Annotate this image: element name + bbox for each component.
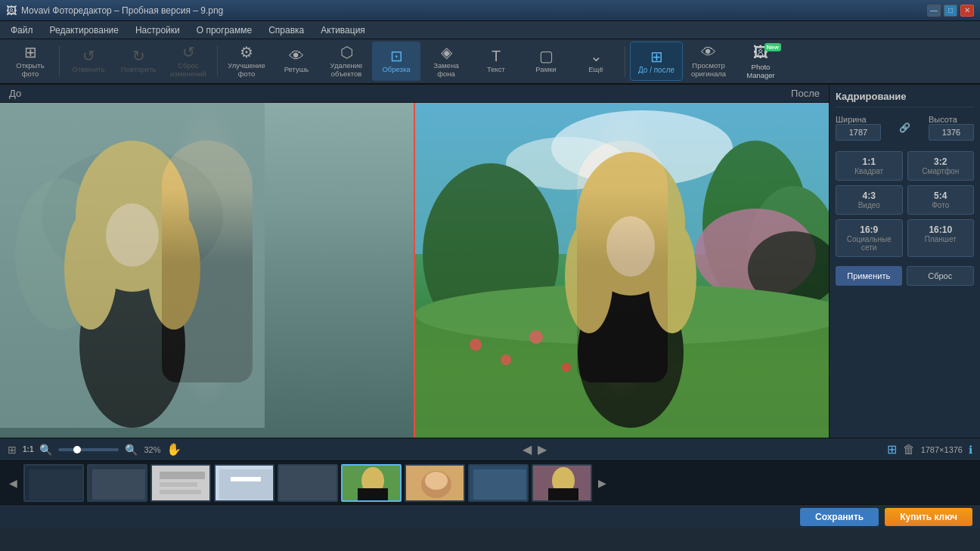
reset-button[interactable]: ↺ Сброс изменений [164, 42, 212, 81]
retouch-button[interactable]: 👁 Ретушь [272, 42, 321, 81]
ratio-5-4-sub: Фото [911, 201, 971, 209]
filmstrip-prev[interactable]: ◀ [6, 477, 20, 489]
thumb-1-preview [25, 466, 84, 502]
before-after-button[interactable]: ⊞ До / после [630, 42, 683, 81]
enhance-label: Улучшение фото [228, 61, 265, 79]
filmstrip-thumb-5[interactable] [278, 464, 338, 502]
ratio-16-9-button[interactable]: 16:9 Социальные сети [836, 219, 903, 257]
enhance-icon: ⚙ [240, 45, 253, 60]
reset-icon: ↺ [182, 45, 195, 60]
titlebar: 🖼 Movavi Фоторедактор – Пробная версия –… [0, 0, 980, 21]
photo-manager-button[interactable]: New 🖼 Photo Manager [734, 42, 787, 81]
reset-crop-button[interactable]: Сброс [907, 266, 975, 286]
close-button[interactable]: ✕ [960, 5, 974, 17]
titlebar-left: 🖼 Movavi Фоторедактор – Пробная версия –… [6, 5, 223, 17]
frames-label: Рамки [535, 65, 556, 73]
ratio-1-1-button[interactable]: 1:1 Квадрат [836, 151, 903, 181]
before-panel [0, 103, 414, 438]
menu-item-настройки[interactable]: Настройки [128, 23, 188, 37]
bg-icon: ◈ [441, 45, 452, 60]
filmstrip-thumb-8[interactable] [468, 464, 529, 502]
before-photo-svg [0, 103, 265, 428]
more-icon: ⌄ [590, 48, 603, 63]
hand-tool-button[interactable]: ✋ [166, 442, 181, 457]
text-label: Текст [487, 65, 505, 73]
menu-item-активация[interactable]: Активация [313, 23, 373, 37]
text-button[interactable]: T Текст [472, 42, 520, 81]
ratio-4-3-button[interactable]: 4:3 Видео [836, 185, 903, 215]
delete-button[interactable]: 🗑 [903, 443, 915, 457]
svg-point-20 [501, 354, 511, 365]
svg-rect-39 [231, 477, 261, 481]
height-input[interactable] [929, 124, 974, 141]
next-image-button[interactable]: ▶ [538, 442, 547, 457]
svg-point-46 [425, 472, 448, 490]
after-panel [415, 103, 829, 438]
svg-rect-48 [473, 469, 526, 500]
save-button[interactable]: Сохранить [800, 508, 879, 526]
zoom-fit-button[interactable]: 1:1 [23, 445, 33, 453]
menu-item-редактирование[interactable]: Редактирование [42, 23, 126, 37]
info-button[interactable]: ℹ [969, 444, 972, 456]
filmstrip-thumb-cat[interactable] [405, 464, 465, 502]
zoom-thumb[interactable] [73, 446, 81, 453]
preview-button[interactable]: 👁 Просмотр оригинала [684, 42, 733, 81]
ratio-16-10-button[interactable]: 16:10 Планшет [907, 219, 975, 257]
titlebar-controls[interactable]: — □ ✕ [927, 5, 974, 17]
filmstrip-next[interactable]: ▶ [595, 477, 609, 489]
menu-item-файл[interactable]: Файл [3, 23, 41, 37]
svg-rect-35 [160, 482, 197, 487]
ratio-5-4-button[interactable]: 5:4 Фото [907, 185, 975, 215]
bottom-buttons: Сохранить Купить ключ [0, 504, 980, 528]
buy-key-button[interactable]: Купить ключ [885, 508, 972, 526]
undo-button[interactable]: ↺ Отменить [64, 42, 113, 81]
filmstrip-thumb-3[interactable] [150, 464, 211, 502]
enhance-button[interactable]: ⚙ Улучшение фото [222, 42, 271, 81]
dimensions-row: Ширина 🔗 Высота [836, 115, 974, 141]
svg-rect-43 [358, 488, 388, 502]
filmstrip-thumb-4[interactable] [214, 464, 274, 502]
frames-button[interactable]: ▢ Рамки [522, 42, 570, 81]
fit-window-button[interactable]: ⊞ [8, 444, 17, 456]
ratio-16-10-sub: Планшет [911, 235, 971, 243]
bg-replace-button[interactable]: ◈ Замена фона [422, 42, 470, 81]
redo-button[interactable]: ↻ Повторить [114, 42, 163, 81]
after-image [415, 103, 829, 438]
navigation-center: ◀ ▶ [188, 442, 880, 457]
thumb-9-preview [533, 466, 592, 502]
minimize-button[interactable]: — [927, 5, 941, 17]
remove-label: Удаление объектов [330, 61, 363, 79]
svg-rect-32 [92, 469, 145, 500]
menu-item-о-программе[interactable]: О программе [189, 23, 259, 37]
open-photo-button[interactable]: ⊞ Открыть фото [6, 42, 54, 81]
width-input[interactable] [836, 124, 881, 141]
apply-button[interactable]: Применить [836, 266, 902, 286]
filmstrip-thumb-1[interactable] [23, 464, 84, 502]
prev-image-button[interactable]: ◀ [523, 442, 532, 457]
filmstrip-view-button[interactable]: ⊞ [887, 442, 897, 457]
filmstrip-thumb-active[interactable] [341, 464, 402, 502]
ratio-3-2-button[interactable]: 3:2 Смартфон [907, 151, 975, 181]
svg-rect-40 [279, 466, 338, 502]
thumb-5-preview [279, 466, 338, 502]
crop-button[interactable]: ⊡ Обрезка [372, 42, 420, 81]
remove-objects-button[interactable]: ⬡ Удаление объектов [322, 42, 371, 81]
preview-label: Просмотр оригинала [691, 61, 726, 79]
app-icon: 🖼 [6, 5, 17, 17]
ratio-1-1-label: 1:1 [839, 156, 899, 167]
thumb-active-preview [343, 466, 402, 502]
zoom-in-button[interactable]: 🔍 [125, 444, 138, 456]
filmstrip-thumb-9[interactable] [532, 464, 592, 502]
ratio-4-3-label: 4:3 [839, 190, 899, 201]
maximize-button[interactable]: □ [944, 5, 957, 17]
more-button[interactable]: ⌄ Ещё [572, 42, 620, 81]
divider [414, 103, 415, 438]
menu-item-справка[interactable]: Справка [261, 23, 312, 37]
more-label: Ещё [588, 65, 603, 73]
open-icon: ⊞ [24, 45, 37, 60]
filmstrip-thumb-2[interactable] [87, 464, 147, 502]
zoom-out-button[interactable]: 🔍 [39, 444, 52, 456]
redo-icon: ↻ [132, 48, 145, 63]
zoom-slider[interactable] [58, 448, 119, 451]
reset-label: Сброс изменений [170, 61, 206, 79]
